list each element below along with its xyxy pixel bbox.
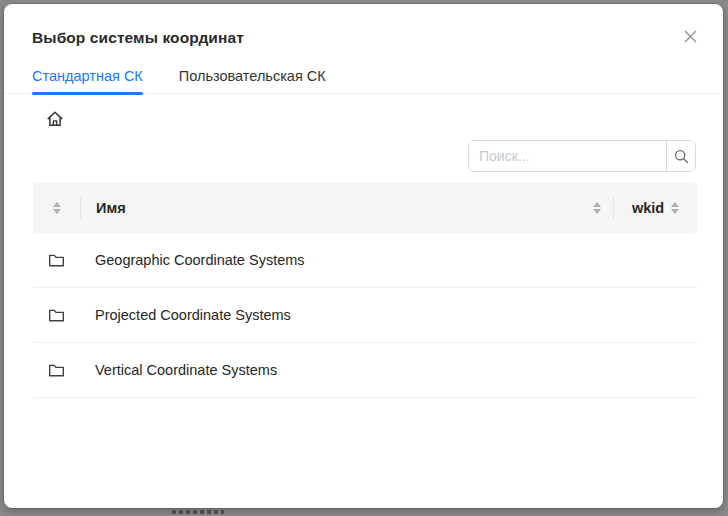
- table-row-vertical[interactable]: Vertical Coordinate Systems: [33, 343, 697, 398]
- folder-icon: [33, 253, 80, 268]
- dialog-title: Выбор системы координат: [32, 26, 695, 50]
- folder-icon: [33, 308, 80, 323]
- folder-icon: [33, 363, 80, 378]
- row-name: Vertical Coordinate Systems: [80, 362, 614, 378]
- home-icon: [46, 110, 64, 128]
- table-row-projected[interactable]: Projected Coordinate Systems: [33, 288, 697, 343]
- search-box: [468, 140, 696, 172]
- underlying-page-text-sliver: [172, 510, 224, 514]
- search-input[interactable]: [469, 141, 666, 171]
- column-header-expand[interactable]: [33, 183, 80, 233]
- home-button[interactable]: [42, 106, 68, 132]
- column-label-name: Имя: [96, 200, 126, 216]
- table-row-geographic[interactable]: Geographic Coordinate Systems: [33, 233, 697, 288]
- sort-icon: [593, 202, 601, 214]
- close-button[interactable]: [677, 23, 703, 49]
- coordinate-systems-table: Имя wkid Geographic Coordi: [33, 183, 697, 398]
- column-label-wkid: wkid: [632, 200, 664, 216]
- sort-icon: [671, 202, 679, 214]
- row-name: Projected Coordinate Systems: [80, 307, 614, 323]
- dialog-header: Выбор системы координат: [4, 26, 723, 50]
- toolbar: [4, 94, 723, 183]
- sort-icon: [53, 202, 61, 214]
- tab-bar: Стандартная СК Пользовательская СК: [4, 60, 723, 94]
- tab-custom-cs[interactable]: Пользовательская СК: [179, 60, 326, 93]
- row-name: Geographic Coordinate Systems: [80, 252, 614, 268]
- close-icon: [683, 29, 698, 44]
- table-body: Geographic Coordinate Systems Projected …: [33, 233, 697, 398]
- tab-standard-cs[interactable]: Стандартная СК: [32, 60, 143, 93]
- search-icon: [673, 148, 690, 165]
- column-header-name[interactable]: Имя: [81, 183, 613, 233]
- column-header-wkid[interactable]: wkid: [614, 183, 697, 233]
- search-button[interactable]: [666, 141, 695, 171]
- coordinate-system-dialog: Выбор системы координат Стандартная СК П…: [4, 4, 723, 508]
- table-header-row: Имя wkid: [33, 183, 697, 233]
